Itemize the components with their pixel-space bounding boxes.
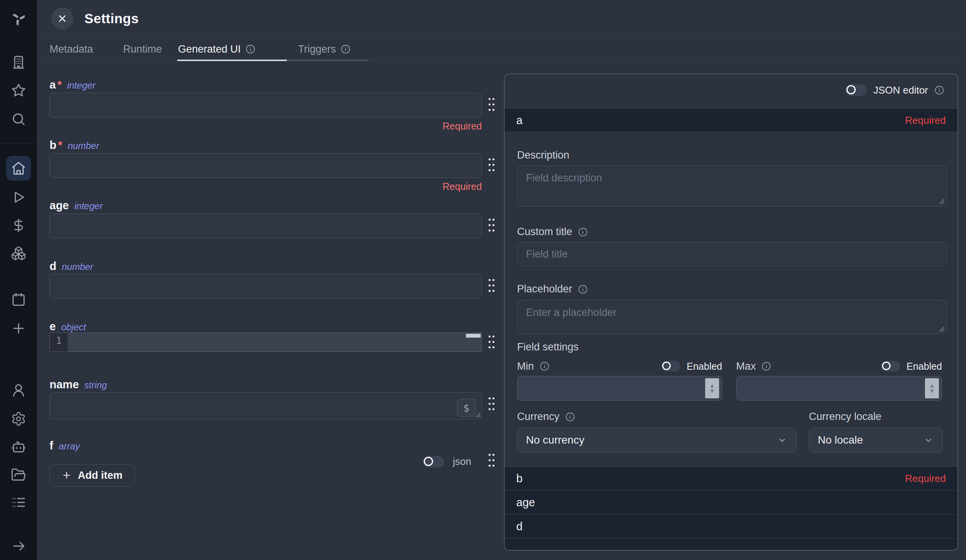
windmill-logo-icon xyxy=(11,11,26,26)
sidebar-item-variables-dollar-icon[interactable] xyxy=(11,218,26,233)
description-label: Description xyxy=(517,149,569,161)
info-icon xyxy=(761,361,771,371)
editor-scrollbar-thumb[interactable] xyxy=(466,334,481,338)
number-spinner[interactable]: ▲▼ xyxy=(705,378,719,398)
field-input-b[interactable] xyxy=(50,153,482,178)
drag-handle[interactable] xyxy=(486,217,497,234)
json-editor-toggle-row: JSON editor xyxy=(845,81,944,99)
panel-section-header-partial[interactable] xyxy=(505,538,957,551)
plus-icon xyxy=(62,470,72,480)
custom-title-input[interactable] xyxy=(517,242,947,266)
drag-handle[interactable] xyxy=(486,96,497,114)
json-toggle[interactable] xyxy=(423,456,444,468)
favorites-star-icon[interactable] xyxy=(11,82,26,98)
page-title: Settings xyxy=(84,11,139,26)
max-setting-head: Max Enabled xyxy=(736,359,942,374)
field-label-age: age integer xyxy=(50,199,103,212)
sidebar-item-workers-bot-icon[interactable] xyxy=(11,439,26,454)
required-hint: Required xyxy=(50,181,482,192)
field-input-name[interactable] xyxy=(50,392,482,419)
field-label-e: e object xyxy=(50,320,86,333)
field-label-d: d number xyxy=(50,260,93,273)
sidebar-item-folders-icon[interactable] xyxy=(11,467,26,483)
field-settings-panel: JSON editor a Required Description Custo… xyxy=(504,73,958,551)
sidebar-item-schedules-calendar-icon[interactable] xyxy=(11,292,26,307)
settings-page: Settings Metadata Runtime Generated UI T… xyxy=(0,0,966,560)
field-label-a: a* integer xyxy=(50,79,96,91)
drag-handle[interactable] xyxy=(486,395,497,413)
currency-label: Currency xyxy=(517,411,575,423)
close-button[interactable] xyxy=(51,7,74,30)
field-input-a[interactable] xyxy=(50,93,482,118)
json-toggle-row: json xyxy=(423,456,471,468)
placeholder-textarea[interactable] xyxy=(517,300,947,334)
info-icon xyxy=(934,85,944,95)
active-tab-underline xyxy=(177,60,287,61)
field-label-b: b* number xyxy=(50,139,99,152)
info-icon xyxy=(341,44,351,54)
sidebar xyxy=(0,0,37,560)
resize-handle-icon[interactable] xyxy=(475,412,481,418)
required-hint: Required xyxy=(50,121,482,132)
tab-triggers[interactable]: Triggers xyxy=(298,38,351,60)
panel-section-header-age[interactable]: age xyxy=(505,490,957,514)
panel-section-header-a[interactable]: a Required xyxy=(505,108,957,132)
required-star: * xyxy=(58,139,62,152)
info-icon xyxy=(565,412,575,422)
insert-variable-dollar-button[interactable]: $ xyxy=(457,399,476,417)
tab-runtime[interactable]: Runtime xyxy=(123,38,162,60)
field-input-age[interactable] xyxy=(50,213,482,238)
sidebar-item-logs-list-icon[interactable] xyxy=(11,495,26,510)
resize-handle-icon[interactable] xyxy=(939,199,944,204)
tab-bar: Metadata Runtime Generated UI Triggers xyxy=(37,38,966,61)
max-enabled-toggle[interactable] xyxy=(881,361,900,372)
editor-line-number: 1 xyxy=(50,333,68,352)
drag-handle[interactable] xyxy=(486,452,497,470)
header: Settings xyxy=(37,0,966,38)
field-label-f: f array xyxy=(50,439,80,452)
min-enabled-toggle[interactable] xyxy=(661,361,680,372)
number-spinner[interactable]: ▲▼ xyxy=(925,378,939,398)
required-star: * xyxy=(57,79,62,91)
tab-metadata[interactable]: Metadata xyxy=(50,38,93,60)
sidebar-item-settings-gear-icon[interactable] xyxy=(11,411,26,427)
sidebar-item-users-icon[interactable] xyxy=(11,382,26,398)
chevron-down-icon xyxy=(777,435,788,446)
drag-handle[interactable] xyxy=(486,156,497,174)
field-label-name: name string xyxy=(50,378,107,391)
chevron-down-icon xyxy=(923,435,934,446)
json-editor-toggle[interactable] xyxy=(845,84,867,96)
field-settings-label: Field settings xyxy=(517,341,579,353)
info-icon xyxy=(245,44,255,54)
sidebar-item-runs-play-icon[interactable] xyxy=(11,190,26,205)
info-icon xyxy=(540,361,550,371)
resize-handle-icon[interactable] xyxy=(939,326,944,332)
currency-locale-label: Currency locale xyxy=(809,411,882,423)
json-toggle-label: json xyxy=(453,456,471,468)
min-number-input[interactable] xyxy=(517,376,722,401)
max-number-input[interactable] xyxy=(736,376,942,401)
drag-handle[interactable] xyxy=(486,333,497,351)
workspace-building-icon[interactable] xyxy=(11,55,26,70)
info-icon xyxy=(578,284,588,294)
description-textarea[interactable] xyxy=(517,166,947,207)
panel-section-header-b[interactable]: b Required xyxy=(505,466,957,490)
placeholder-label: Placeholder xyxy=(517,283,588,295)
search-icon[interactable] xyxy=(11,111,26,127)
tab-generated-ui[interactable]: Generated UI xyxy=(178,38,255,60)
sidebar-item-home[interactable] xyxy=(6,156,31,181)
currency-select[interactable]: No currency xyxy=(517,428,796,452)
object-code-editor[interactable]: 1 xyxy=(50,333,482,352)
required-badge: Required xyxy=(905,473,946,485)
drag-handle[interactable] xyxy=(486,277,497,295)
sidebar-expand-arrow-icon[interactable] xyxy=(11,538,26,554)
custom-title-label: Custom title xyxy=(517,226,588,238)
sidebar-add-plus-icon[interactable] xyxy=(11,321,26,336)
add-item-button[interactable]: Add item xyxy=(50,464,135,487)
min-setting-head: Min Enabled xyxy=(517,359,722,374)
close-icon xyxy=(57,13,68,24)
field-input-d[interactable] xyxy=(50,274,482,299)
currency-locale-select[interactable]: No locale xyxy=(809,428,943,452)
panel-section-header-d[interactable]: d xyxy=(505,514,957,538)
sidebar-item-resources-boxes-icon[interactable] xyxy=(11,246,26,261)
